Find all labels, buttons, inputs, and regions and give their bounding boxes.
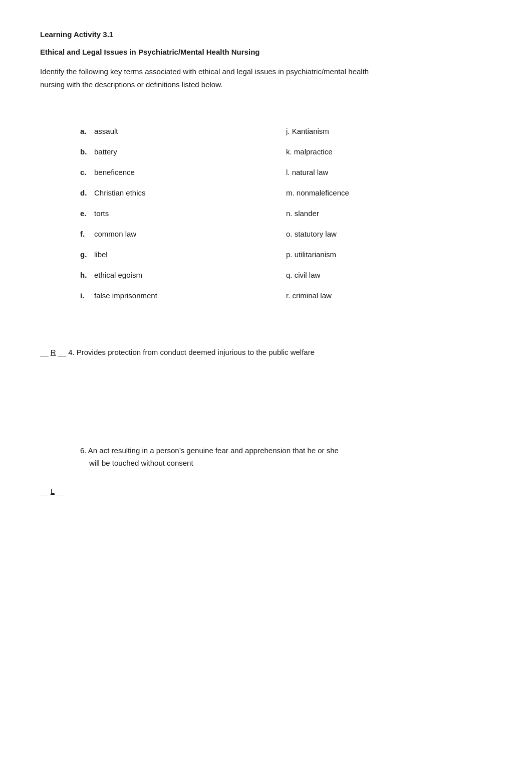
term-text: beneficence bbox=[94, 168, 135, 176]
list-item: i. false imprisonment bbox=[80, 285, 286, 306]
list-item: k. malpractice bbox=[286, 141, 492, 162]
term-text: ethical egoism bbox=[94, 271, 142, 279]
term-text: battery bbox=[94, 147, 117, 156]
term-letter: a. bbox=[80, 127, 91, 135]
answer-blank-prefix: __ bbox=[40, 485, 49, 498]
list-item: l. natural law bbox=[286, 162, 492, 182]
q6-number: 6. bbox=[80, 446, 88, 455]
term-text: Christian ethics bbox=[94, 188, 146, 197]
term-letter: f. bbox=[80, 230, 91, 238]
instructions-line1: Identify the following key terms associa… bbox=[40, 67, 369, 76]
q6-block: 6. An act resulting in a person’s genuin… bbox=[40, 444, 492, 470]
list-item: c. beneficence bbox=[80, 162, 286, 182]
list-item: p. utilitarianism bbox=[286, 244, 492, 265]
answer-blank-suffix: __ bbox=[57, 485, 65, 498]
term-letter: e. bbox=[80, 209, 91, 218]
list-item: m. nonmaleficence bbox=[286, 182, 492, 203]
list-item: f. common law bbox=[80, 224, 286, 244]
term-text: libel bbox=[94, 250, 108, 259]
spacer2 bbox=[40, 414, 492, 444]
term-letter: b. bbox=[80, 147, 91, 156]
question-number: 4. bbox=[68, 346, 75, 359]
list-item: q. civil law bbox=[286, 265, 492, 285]
q6-line1: 6. An act resulting in a person’s genuin… bbox=[80, 444, 492, 457]
question-text: Provides protection from conduct deemed … bbox=[77, 346, 315, 359]
instructions-line2: nursing with the descriptions or definit… bbox=[40, 80, 222, 89]
section-title: Learning Activity 3.1 bbox=[40, 30, 492, 39]
terms-right-column: j. Kantianism k. malpractice l. natural … bbox=[286, 121, 492, 306]
list-item: a. assault bbox=[80, 121, 286, 141]
question-6: 6. An act resulting in a person’s genuin… bbox=[40, 444, 492, 498]
term-letter: d. bbox=[80, 188, 91, 197]
term-letter: h. bbox=[80, 271, 91, 279]
list-item: g. libel bbox=[80, 244, 286, 265]
q4-line: __ R __ 4. Provides protection from cond… bbox=[40, 346, 492, 359]
answer-blank-suffix: __ bbox=[58, 346, 67, 359]
list-item: e. torts bbox=[80, 203, 286, 224]
term-text: false imprisonment bbox=[94, 291, 157, 300]
list-item: j. Kantianism bbox=[286, 121, 492, 141]
term-text: common law bbox=[94, 230, 136, 238]
term-letter: i. bbox=[80, 291, 91, 300]
q6-text1: An act resulting in a person’s genuine f… bbox=[88, 446, 339, 455]
list-item: n. slander bbox=[286, 203, 492, 224]
q6-line2: will be touched without consent bbox=[80, 457, 492, 470]
terms-left-column: a. assault b. battery c. beneficence d. … bbox=[80, 121, 286, 306]
list-item: h. ethical egoism bbox=[80, 265, 286, 285]
list-item: b. battery bbox=[80, 141, 286, 162]
answer-value: L bbox=[51, 485, 55, 498]
answer-value: R bbox=[51, 346, 56, 359]
question-4: __ R __ 4. Provides protection from cond… bbox=[40, 346, 492, 359]
page: Learning Activity 3.1 Ethical and Legal … bbox=[0, 0, 532, 552]
main-title: Ethical and Legal Issues in Psychiatric/… bbox=[40, 48, 492, 56]
q6-answer-line: __ L __ bbox=[40, 485, 492, 498]
list-item: r. criminal law bbox=[286, 285, 492, 306]
answer-blank-prefix: __ bbox=[40, 346, 49, 359]
list-item: o. statutory law bbox=[286, 224, 492, 244]
terms-grid: a. assault b. battery c. beneficence d. … bbox=[40, 121, 492, 306]
term-text: torts bbox=[94, 209, 109, 218]
term-letter: g. bbox=[80, 250, 91, 259]
instructions: Identify the following key terms associa… bbox=[40, 65, 492, 91]
q6-text2: will be touched without consent bbox=[89, 459, 193, 467]
spacer1 bbox=[40, 384, 492, 414]
term-letter: c. bbox=[80, 168, 91, 176]
list-item: d. Christian ethics bbox=[80, 182, 286, 203]
term-text: assault bbox=[94, 127, 118, 135]
